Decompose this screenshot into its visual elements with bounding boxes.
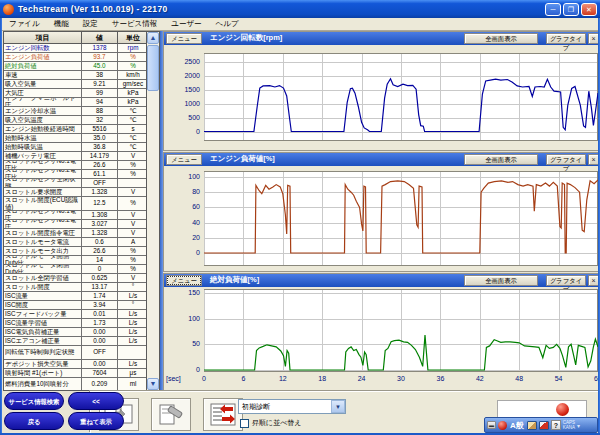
graph-menu-button[interactable]: メニュー (166, 33, 202, 44)
table-row[interactable]: ISCフィードバック量0.01L/s (4, 310, 148, 319)
param-name: 吸入空気温度 (4, 116, 82, 124)
table-row[interactable]: スロットルモータ電流0.6A (4, 238, 148, 247)
table-row[interactable]: 噴射時間 #1(ポート)7604μs (4, 369, 148, 378)
menu-item-0[interactable]: ファイル (2, 19, 47, 29)
graph-menu-button[interactable]: メニュー (166, 275, 202, 286)
param-name: ISC電気負荷補正量 (4, 328, 82, 336)
table-row[interactable]: エンジン始動後経過時間5516s (4, 125, 148, 134)
scroll-down-icon[interactable]: ▼ (147, 378, 159, 390)
table-row[interactable]: 回転低下時制御判定状態OFF (4, 346, 148, 360)
param-value: 9.21 (82, 80, 118, 88)
graph-type-button[interactable]: グラフタイプ (546, 275, 586, 286)
ime-tools-icon[interactable] (527, 421, 537, 430)
x-tick-label: 0 (195, 375, 213, 382)
table-row[interactable]: 車速38km/h (4, 71, 148, 80)
table-row[interactable]: スロットルモータ開側Duty比14% (4, 256, 148, 265)
table-row[interactable]: スロットル開度13.17° (4, 283, 148, 292)
table-row[interactable]: ISC開度3.94° (4, 301, 148, 310)
param-unit: L/s (118, 292, 148, 300)
param-unit: ° (118, 301, 148, 309)
record-edit-button[interactable] (151, 398, 191, 431)
title-bar: Techstream (Ver 11.00.019) - 22170 ─ ❐ ✕ (0, 0, 600, 18)
sort-swap-icon (208, 403, 238, 427)
return-button[interactable]: 戻る (4, 412, 64, 430)
graph-menu-button[interactable]: メニュー (166, 154, 202, 165)
table-row[interactable]: ISC流量1.74L/s (4, 292, 148, 301)
ime-input-icon[interactable] (498, 421, 507, 430)
service-info-search-button[interactable]: サービス情報検索 (4, 392, 64, 410)
table-row[interactable]: 始動時水温35.0℃ (4, 134, 148, 143)
y-tick-label: 0 (166, 366, 200, 373)
table-row[interactable]: ISC流量学習値1.73L/s (4, 319, 148, 328)
table-row[interactable]: デポジット損失空気量0.00L/s (4, 360, 148, 369)
param-name: デポジット損失空気量 (4, 360, 82, 368)
chevron-down-icon[interactable]: ▼ (331, 400, 345, 413)
table-row[interactable]: スロットル全閉学習値0.625V (4, 274, 148, 283)
table-row[interactable]: スロットル要求開度1.328V (4, 188, 148, 197)
param-name: ISC開度 (4, 301, 82, 309)
techstream-window: Techstream (Ver 11.00.019) - 22170 ─ ❐ ✕… (0, 0, 600, 435)
param-unit: % (118, 256, 148, 264)
sort-ascending-checkbox[interactable] (240, 419, 249, 428)
table-row[interactable]: 絶対負荷値45.0% (4, 62, 148, 71)
table-row[interactable]: スロットルモータ閉側Duty比0% (4, 265, 148, 274)
table-row[interactable]: エンジン負荷値93.7% (4, 53, 148, 62)
ime-options-icon[interactable]: ▾ (577, 422, 580, 429)
table-row[interactable]: 吸入空気温度32℃ (4, 116, 148, 125)
restore-button[interactable]: ❐ (563, 3, 579, 16)
fullscreen-button[interactable]: 全画面表示 (464, 33, 538, 44)
menu-item-2[interactable]: 設定 (76, 19, 105, 29)
menu-item-3[interactable]: サービス情報 (105, 19, 165, 29)
table-row[interactable]: スロットルセンサ全閉状態OFF (4, 179, 148, 188)
table-row[interactable]: スロットル開度指令電圧1.328V (4, 229, 148, 238)
graph-type-button[interactable]: グラフタイプ (546, 154, 586, 165)
table-row[interactable]: 大気圧99kPa (4, 89, 148, 98)
table-row[interactable]: スロットル開度(ECU認識値)12.5% (4, 197, 148, 211)
table-scrollbar[interactable]: ▲ ▼ (146, 32, 159, 390)
scroll-up-icon[interactable]: ▲ (147, 32, 159, 44)
ime-minimize-icon[interactable]: ▬ (487, 421, 496, 429)
table-row[interactable]: スロットルセンサNo.1電圧1.308V (4, 211, 148, 220)
param-unit: ml (118, 378, 148, 390)
fullscreen-button[interactable]: 全画面表示 (464, 275, 538, 286)
x-tick-label: 12 (274, 375, 292, 382)
graph-type-button[interactable]: グラフタイプ (546, 33, 586, 44)
table-row[interactable]: スロットルセンサNo.1電圧比26.6% (4, 161, 148, 170)
close-button[interactable]: ✕ (581, 3, 597, 16)
diagnosis-mode-dropdown[interactable]: 初期診断 ▼ (238, 399, 346, 414)
table-row[interactable]: エンジン回転数1378rpm (4, 44, 148, 53)
table-row[interactable]: 燃料消費量10回噴射分0.209ml (4, 378, 148, 390)
overlay-display-button[interactable]: 重ねて表示 (68, 412, 124, 430)
table-row[interactable]: ISC電気負荷補正量0.00L/s (4, 328, 148, 337)
table-row[interactable]: スロットルセンサNo.2電圧3.027V (4, 220, 148, 229)
menu-item-5[interactable]: ヘルプ (209, 19, 246, 29)
fullscreen-button[interactable]: 全画面表示 (464, 154, 538, 165)
table-row[interactable]: 吸入空気量9.21gm/sec (4, 80, 148, 89)
table-row[interactable]: 始動時吸気温36.8℃ (4, 143, 148, 152)
param-unit: ℃ (118, 116, 148, 124)
table-row[interactable]: スロットルセンサNo.2電圧比61.1% (4, 170, 148, 179)
param-value: 12.5 (82, 197, 118, 210)
sort-swap-button[interactable] (203, 398, 243, 431)
minimize-button[interactable]: ─ (545, 3, 561, 16)
y-tick-label: 2500 (166, 58, 200, 65)
scrollbar-thumb[interactable] (147, 45, 159, 91)
ime-mode-label[interactable]: A般 (510, 420, 524, 431)
ime-help-icon[interactable]: ? (551, 420, 561, 430)
table-row[interactable]: インテークマニホールド圧94kPa (4, 98, 148, 107)
menu-item-4[interactable]: ユーザー (164, 19, 208, 29)
x-tick-label: 18 (313, 375, 331, 382)
y-tick-label: 40 (166, 219, 200, 226)
table-row[interactable]: 補機バッテリ電圧14.179V (4, 152, 148, 161)
chart-absolute-load (204, 289, 598, 372)
param-value: 1.328 (82, 188, 118, 196)
table-row[interactable]: スロットルモータ出力26.6% (4, 247, 148, 256)
panel-splitter[interactable] (160, 31, 163, 391)
param-value: 61.1 (82, 170, 118, 178)
param-value: OFF (82, 346, 118, 359)
ime-pad-icon[interactable] (539, 421, 549, 430)
table-row[interactable]: エンジン冷却水温88℃ (4, 107, 148, 116)
back-page-button[interactable]: << (68, 392, 124, 410)
table-row[interactable]: ISCエアコン補正量0.00L/s (4, 337, 148, 346)
menu-item-1[interactable]: 機能 (47, 19, 76, 29)
